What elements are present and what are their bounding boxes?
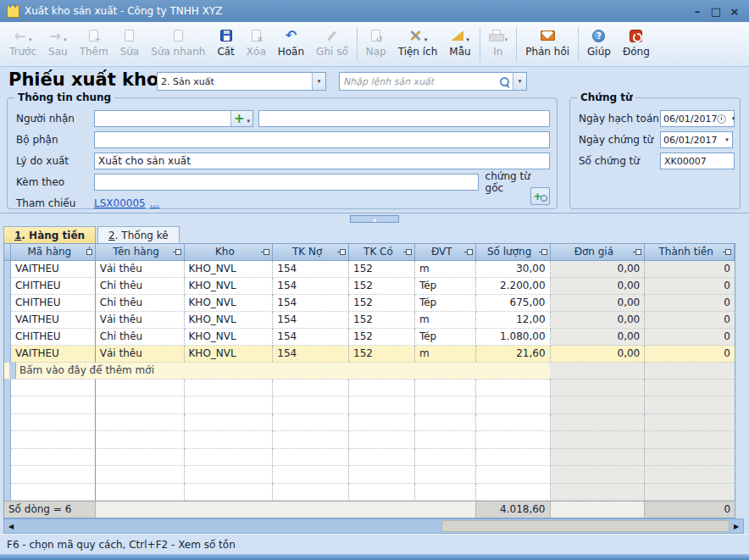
pin-icon[interactable] <box>541 249 547 255</box>
maximize-button[interactable]: □ <box>707 5 725 18</box>
toolbar-button-in[interactable]: ▾ In <box>483 24 514 65</box>
document-number-input[interactable] <box>660 152 735 169</box>
cell-so-luong[interactable]: 30,00 <box>476 261 551 278</box>
cell-kho[interactable]: KHO_NVL <box>185 329 274 346</box>
toolbar-button-tien-ich[interactable]: ▾ Tiện ích <box>392 24 444 65</box>
toolbar-button-giup[interactable]: ? Giúp <box>581 24 617 65</box>
posting-date-field[interactable]: 06/01/2017 ▾ <box>660 110 735 127</box>
department-input[interactable] <box>94 131 550 148</box>
cell-ten-hang[interactable]: Vải thêu <box>96 312 185 329</box>
voucher-type-select[interactable]: 2. Sản xuất ▾ <box>157 72 326 91</box>
column-header-so-luong[interactable]: Số lượng <box>476 244 551 261</box>
scroll-right-arrow[interactable]: ▶ <box>730 519 743 533</box>
cell-don-gia[interactable]: 0,00 <box>551 329 646 346</box>
cell-tk-co[interactable]: 152 <box>349 295 415 312</box>
cell-tk-co[interactable]: 152 <box>349 329 415 346</box>
chevron-down-icon[interactable]: ▾ <box>247 118 250 125</box>
scroll-left-arrow[interactable]: ◀ <box>4 519 18 533</box>
chevron-down-icon[interactable]: ▾ <box>29 36 32 43</box>
cell-thanh-tien[interactable]: 0 <box>645 278 735 295</box>
cell-tk-co[interactable]: 152 <box>349 261 415 278</box>
pin-icon[interactable] <box>340 249 346 255</box>
cell-thanh-tien[interactable]: 0 <box>645 312 735 329</box>
cell-tk-no[interactable]: 154 <box>273 312 349 329</box>
table-row[interactable]: VAITHEU Vải thêu KHO_NVL 154 152 m 12,00… <box>4 312 735 329</box>
cell-kho[interactable]: KHO_NVL <box>185 261 274 278</box>
row-indicator[interactable] <box>4 261 11 278</box>
cell-tk-co[interactable]: 152 <box>349 312 415 329</box>
cell-thanh-tien[interactable]: 0 <box>645 261 735 278</box>
table-row[interactable]: VAITHEU Vải thêu KHO_NVL 154 152 m 30,00… <box>4 261 735 278</box>
tab-hang-tien[interactable]: 1. Hàng tiền <box>3 226 96 243</box>
minimize-button[interactable]: – <box>688 5 707 18</box>
toolbar-button-truoc[interactable]: ←▾ Trước <box>3 24 42 65</box>
collapse-panel-button[interactable]: ▲ <box>350 215 399 223</box>
table-row[interactable]: CHITHEU Chỉ thêu KHO_NVL 154 152 Tép 2.2… <box>4 278 735 295</box>
pin-icon[interactable] <box>725 249 731 255</box>
toolbar-button-sau[interactable]: →▾ Sau <box>42 24 74 65</box>
toolbar-button-sua[interactable]: Sửa <box>114 24 146 65</box>
cell-tk-no[interactable]: 154 <box>273 295 349 312</box>
reference-link[interactable]: LSX00005 <box>94 197 146 209</box>
column-header-kho[interactable]: Kho <box>185 244 274 261</box>
chevron-down-icon[interactable]: ▾ <box>728 115 738 122</box>
search-icon[interactable] <box>499 76 510 87</box>
cell-ma-hang[interactable]: VAITHEU <box>11 312 96 329</box>
chevron-down-icon[interactable]: ▾ <box>722 136 732 143</box>
cell-dvt[interactable]: Tép <box>415 295 476 312</box>
table-row[interactable]: CHITHEU Chỉ thêu KHO_NVL 154 152 Tép 1.0… <box>4 329 735 346</box>
row-indicator[interactable] <box>4 295 11 312</box>
cell-so-luong[interactable]: 1.080,00 <box>476 329 551 346</box>
toolbar-button-xoa[interactable]: × Xóa <box>241 24 272 65</box>
table-row[interactable]: VAITHEU Vải thêu KHO_NVL 154 152 m 21,60… <box>4 346 735 363</box>
tab-thong-ke[interactable]: 2. Thống kê <box>97 226 180 243</box>
cell-ma-hang[interactable]: CHITHEU <box>11 295 96 312</box>
column-header-ma-hang[interactable]: Mã hàng <box>11 244 96 261</box>
pin-icon[interactable] <box>635 249 641 255</box>
table-row[interactable]: CHITHEU Chỉ thêu KHO_NVL 154 152 Tép 675… <box>4 295 735 312</box>
receiver-name-input[interactable] <box>258 110 550 127</box>
cell-tk-no[interactable]: 154 <box>273 278 349 295</box>
toolbar-button-sua-nhanh[interactable]: Sửa nhanh <box>145 24 211 65</box>
chevron-down-icon[interactable]: ▾ <box>64 36 67 43</box>
column-header-don-gia[interactable]: Đơn giá <box>551 244 646 261</box>
toolbar-button-nap[interactable]: ↺ Nạp <box>360 24 392 65</box>
row-indicator[interactable] <box>4 278 11 295</box>
cell-kho[interactable]: KHO_NVL <box>185 346 274 363</box>
cell-ten-hang[interactable]: Chỉ thêu <box>96 295 185 312</box>
toolbar-button-phan-hoi[interactable]: Phản hồi <box>519 24 575 65</box>
cell-ten-hang[interactable]: Chỉ thêu <box>96 278 185 295</box>
cell-thanh-tien[interactable]: 0 <box>645 295 735 312</box>
toolbar-button-dong[interactable]: Đóng <box>617 24 656 65</box>
add-icon[interactable]: + <box>234 113 245 125</box>
cell-tk-co[interactable]: 152 <box>349 346 415 363</box>
column-header-tk-co[interactable]: TK Có <box>349 244 415 261</box>
column-header-dvt[interactable]: ĐVT <box>415 244 476 261</box>
cell-don-gia[interactable]: 0,00 <box>551 278 646 295</box>
add-reference-button[interactable]: + <box>530 187 550 205</box>
cell-dvt[interactable]: m <box>415 261 476 278</box>
row-indicator[interactable] <box>4 312 11 329</box>
horizontal-scrollbar[interactable]: ◀ ▶ <box>3 518 744 534</box>
column-header-ten-hang[interactable]: Tên hàng <box>96 244 185 261</box>
clock-icon[interactable] <box>717 114 726 124</box>
attachment-input[interactable] <box>94 174 479 191</box>
cell-don-gia[interactable]: 0,00 <box>551 261 646 278</box>
search-input[interactable] <box>340 76 499 87</box>
cell-tk-no[interactable]: 154 <box>273 329 349 346</box>
cell-tk-no[interactable]: 154 <box>273 261 349 278</box>
scrollbar-thumb[interactable] <box>441 520 730 532</box>
chevron-down-icon[interactable]: ▾ <box>312 73 325 90</box>
pin-icon[interactable] <box>86 249 92 255</box>
cell-ma-hang[interactable]: CHITHEU <box>11 278 96 295</box>
cell-ten-hang[interactable]: Chỉ thêu <box>96 329 185 346</box>
document-date-field[interactable]: 06/01/2017 ▾ <box>660 131 733 148</box>
cell-kho[interactable]: KHO_NVL <box>185 312 274 329</box>
cell-tk-co[interactable]: 152 <box>349 278 415 295</box>
receiver-input[interactable] <box>95 113 230 125</box>
chevron-down-icon[interactable]: ▾ <box>513 73 526 90</box>
cell-thanh-tien[interactable]: 0 <box>645 346 735 363</box>
cell-don-gia[interactable]: 0,00 <box>551 346 646 363</box>
pin-icon[interactable] <box>175 249 181 255</box>
cell-so-luong[interactable]: 675,00 <box>476 295 551 312</box>
